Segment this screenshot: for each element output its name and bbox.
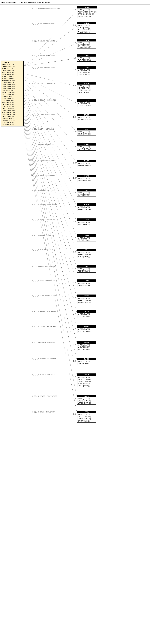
central-field-29: VKBUR [CHAR (4)] — [1, 122, 23, 124]
iloa-field-0: MANDT [CLNT (3)] — [78, 131, 95, 133]
tvta-field-0: MANDT [CLNT (3)] — [78, 414, 95, 416]
tvkov-field-1: VKORG [CHAR (4)] — [78, 400, 95, 402]
relation-cardinality-t001: 0..N — [73, 192, 75, 193]
relation-label-t357-field: V_EQUI_C-BEBER = T357-BEBER — [32, 249, 55, 250]
t399i-field-0: MANDT [CLNT (3)] — [78, 282, 95, 284]
table-tvta-header: TVTA — [77, 411, 96, 413]
table-anlh-header: ANLH — [77, 39, 96, 42]
table-iloa-header: ILOA — [77, 128, 96, 130]
relation-label-aufk-field: V_EQUI_C-AUFNR = AUFK-AUFNR — [32, 55, 56, 56]
table-iflot: IFLOT MANDT [CLNT (3)] TPLNR [CHAR (30)] — [77, 114, 96, 121]
relation-label-adrc-field: V_EQUI_C-ADRNR = ADRC-ADDRNUMBER — [32, 8, 61, 9]
tvbvk-field-1: VKBUR [CHAR (4)] — [78, 346, 95, 348]
central-field-16: SWERK [CHAR (4)] — [1, 96, 23, 98]
relation-cardinality-prps: 0..N — [73, 177, 75, 179]
relation-label-kna1-field: V_EQUI_C-KUND1 = KNAI-KUNNR — [32, 144, 55, 145]
csks-field-3: DATBI [DATS (8)] — [78, 91, 95, 94]
relation-cardinality-t357: 0..N — [73, 251, 75, 253]
t399i-field-1: IWERK [CHAR (4)] — [78, 284, 95, 286]
relation-label-tvkbz-field: V_EQUI_C-VKBUR = TVKBZ-VKBUR — [32, 358, 56, 360]
table-t024i-header: T024I — [77, 218, 96, 221]
central-field-4: JWERK [CHAR (4)] — [1, 72, 23, 74]
relation-label-anlh-field: V_EQUI_C-ANLNR = ANLH-ANLN1 — [32, 40, 55, 42]
t357-field-1: WERKS [CHAR (4)] — [78, 254, 95, 256]
table-tvbvk: TVBVK MANDT [CLNT (3)] VKBUR [CHAR (4)] … — [77, 341, 96, 351]
central-field-13: RBNR [CHAR (9)] — [1, 90, 23, 92]
central-field-3: EQLEN [NUMC (3)] — [1, 70, 23, 72]
table-kna1-header: KNA1 — [77, 143, 96, 146]
table-t001w: T001W MANDT [CLNT (3)] WERKS [CHAR (4)] — [77, 204, 96, 211]
svg-line-11 — [24, 91, 77, 179]
t499s-field-2: STAND [CHAR (10)] — [78, 302, 95, 304]
central-field-18: PPSID [NUMC (8)] — [1, 100, 23, 102]
svg-line-5 — [24, 74, 77, 86]
table-anla-header: ANLA — [77, 22, 96, 24]
relation-cardinality-crid: 0..N — [73, 69, 75, 70]
central-field-7: INGRP [CHAR (3)] — [1, 78, 23, 80]
table-t352b-header: T352B — [77, 234, 96, 237]
relation-label-t499s-field: V_EQUI_C-STORT = T499S-STAND — [32, 295, 56, 296]
table-mara-header: MARA — [77, 160, 96, 162]
relation-label-t370c-field: V_EQUI_C-ABCKZ = T370C-ABCKZ — [32, 266, 56, 267]
tvkbz-field-1: VKBUR [CHAR (4)] — [78, 362, 95, 365]
relation-cardinality-t001w: 0..N — [73, 206, 75, 208]
anlh-field-0: MANDT [CLNT (3)] — [78, 42, 95, 44]
svg-line-2 — [24, 43, 77, 66]
relation-label-t024i-field: V_EQUI_C-INGRP = T024I-INGRP — [32, 219, 55, 220]
t352b-field-0: MANDT [CLNT (3)] — [78, 237, 95, 239]
svg-line-24 — [24, 128, 77, 378]
relation-cardinality-csks: 0..N — [73, 85, 75, 86]
relation-label-equi-field: V_EQUI_C-EQUNR = EQUI-EQUNR — [32, 99, 56, 101]
t001w-field-1: WERKS [CHAR (4)] — [78, 208, 95, 210]
relation-cardinality-anlh: 0..N — [73, 42, 75, 43]
relation-label-mara-field: V_EQUI_C-SUBMT = MARA-MATNR — [32, 160, 56, 162]
central-field-19: GSBER [CHAR (4)] — [1, 102, 23, 104]
t370c-field-0: MANDT [CLNT (3)] — [78, 268, 95, 270]
central-field-5: SUBMT [CHAR (4)] — [1, 74, 23, 76]
central-field-21: PROID [NUMC (8)] — [1, 106, 23, 108]
table-t399i-header: T399I — [77, 280, 96, 282]
central-field-11: KUND2 [CHAR (10)] — [1, 86, 23, 88]
svg-line-12 — [24, 94, 77, 193]
iflot-field-1: TPLNR [CHAR (30)] — [78, 118, 95, 121]
svg-line-21 — [24, 120, 77, 330]
csks-field-0: MANDT [CLNT (3)] — [78, 85, 95, 87]
relation-cardinality-mara: 0..N — [73, 162, 75, 164]
tvko-field-3: SPART [CHAR (2)] — [78, 383, 95, 385]
tvta-field-3: SPART [CHAR (2)] — [78, 420, 95, 422]
relation-label-tgsb-field: V_EQUI_C-GSBER = TGSB-GSBER — [32, 311, 56, 312]
anla-field-3: ANLN2 [CHAR (4)] — [78, 31, 95, 33]
table-t024i: T024I MANDT [CLNT (3)] INGRP [CHAR (3)] — [77, 218, 96, 226]
relation-label-tvbvk-field: V_EQUI_C-VKGRP = TVBVK-VKGRP — [32, 342, 57, 343]
tvkov-field-0: MANDT [CLNT (3)] — [78, 398, 95, 400]
t499s-field-1: WERKS [CHAR (4)] — [78, 300, 95, 302]
table-t399i: T399I MANDT [CLNT (3)] IWERK [CHAR (4)] — [77, 280, 96, 287]
relation-label-t001w-field: V_EQUI_C-SWERK = T001W-WERKS — [32, 204, 57, 206]
prps-field-1: PSPNR [NUMC (8)] — [78, 180, 95, 182]
table-aufk: AUFK MANDT [CLNT (3)] AUFNR [CHAR (12)] — [77, 54, 96, 62]
table-tvkbz: TVKBZ MANDT [CLNT (3)] VKBUR [CHAR (4)] — [77, 358, 96, 365]
central-field-6: HEQUI [CHAR (18)] — [1, 76, 23, 78]
iloa-field-1: ILOAN [CHAR (12)] — [78, 133, 95, 135]
relation-cardinality-anla: 0..N — [73, 24, 75, 26]
t024i-field-0: MANDT [CLNT (3)] — [78, 221, 95, 223]
table-mara: MARA MANDT [CLNT (3)] MATNR [CHAR (18)] — [77, 160, 96, 167]
central-field-30: VKGRP [CHAR (3)] — [1, 124, 23, 126]
table-csks: CSKS MANDT [CLNT (3)] KOKRS [CHAR (4)] K… — [77, 82, 96, 94]
svg-line-9 — [24, 85, 77, 147]
mara-field-1: MATNR [CHAR (18)] — [78, 164, 95, 167]
anla-field-0: MANDT [CLNT (3)] — [78, 24, 95, 27]
adrc-field-3: NATION [CHAR (1)] — [78, 15, 96, 17]
tvkbz-field-0: MANDT [CLNT (3)] — [78, 360, 95, 362]
table-kna1: KNA1 MANDT [CLNT (3)] KUNNR [CHAR (10)] — [77, 143, 96, 150]
svg-line-7 — [24, 79, 77, 118]
table-t370c-header: T370C — [77, 265, 96, 268]
relation-label-tka01-field: V_EQUI_C-KOKRS = TKA01-KOKRS — [32, 326, 56, 328]
table-t352b: T352B MANDT [CLNT (3)] RBNR [CHAR (9)] — [77, 234, 96, 242]
relation-cardinality-t352b: 0..N — [73, 237, 75, 238]
table-tvbvk-header: TVBVK — [77, 341, 96, 344]
kna1-field-1: KUNNR [CHAR (10)] — [78, 148, 95, 150]
relation-label-tvkov-field: V_EQUI_C-VTWEG = TVKOV-VTWEG — [32, 396, 57, 397]
adrc-field-1: ADDRNUMBER [CHAR (10)] — [78, 11, 96, 13]
table-adrc: ADRC CLIENT [CLNT (3)] ADDRNUMBER [CHAR … — [77, 6, 97, 18]
